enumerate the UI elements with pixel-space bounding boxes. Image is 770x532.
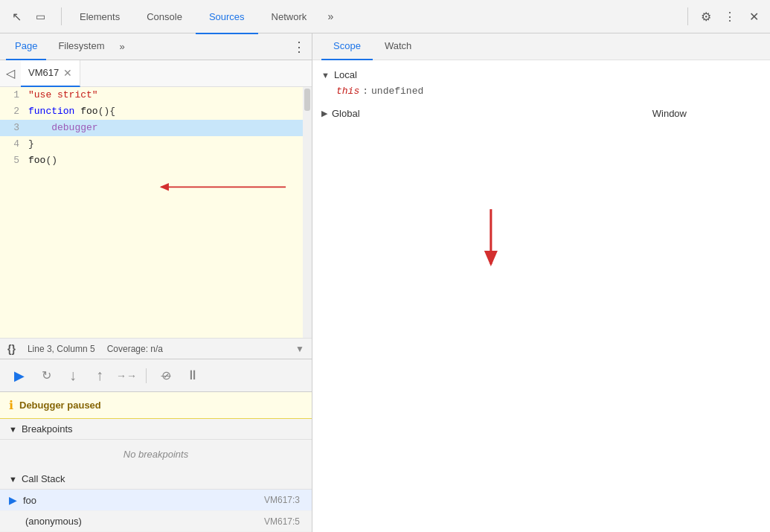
tab-scope[interactable]: Scope <box>321 33 373 60</box>
code-back-button[interactable]: ◁ <box>6 66 15 80</box>
scope-content: ▼ Local this : undefined ▶ Global Window <box>312 60 770 532</box>
call-stack-label: Call Stack <box>22 473 65 484</box>
call-stack-anon-location: VM617:5 <box>264 516 300 527</box>
code-tab-close[interactable]: ✕ <box>63 67 72 79</box>
scope-this-prop[interactable]: this : undefined <box>321 83 761 99</box>
status-scroll[interactable]: ▼ <box>295 344 304 354</box>
global-value: Window <box>652 108 761 119</box>
this-prop-value: undefined <box>371 86 423 97</box>
device-toggle-button[interactable]: ▭ <box>30 6 51 27</box>
breakpoints-arrow-icon: ▼ <box>9 425 17 434</box>
call-stack-foo-name: foo <box>23 495 264 506</box>
breakpoints-label: Breakpoints <box>22 423 73 435</box>
debugger-notice: ℹ Debugger paused <box>0 392 312 419</box>
file-tabs: Page Filesystem » ⋮ <box>0 33 312 60</box>
call-stack-anon-name: (anonymous) <box>9 516 264 527</box>
no-breakpoints-text: No breakpoints <box>0 440 312 469</box>
file-tabs-menu[interactable]: ⋮ <box>292 39 306 55</box>
status-position: Line 3, Column 5 <box>28 344 95 354</box>
scope-global-header[interactable]: ▶ Global Window <box>321 105 761 122</box>
tab-watch[interactable]: Watch <box>373 33 423 60</box>
step-button[interactable]: →→ <box>116 365 137 386</box>
this-colon: : <box>362 86 368 97</box>
notice-icon: ℹ <box>9 398 13 412</box>
call-stack-item-anonymous[interactable]: (anonymous) VM617:5 <box>0 511 312 532</box>
cursor-tool-button[interactable]: ↖ <box>6 6 27 27</box>
this-prop-name: this <box>336 86 359 97</box>
call-stack-arrow-icon: ▼ <box>9 475 17 484</box>
debug-controls: ▶ ↻ ↓ ↑ →→ ⊘ ⏸ <box>0 359 312 392</box>
left-panel: Page Filesystem » ⋮ ◁ VM617 ✕ 1 "use <box>0 33 312 532</box>
global-label: Global <box>332 108 360 119</box>
code-tab-name: VM617 <box>28 67 59 78</box>
main-nav-tabs: Elements Console Sources Network » <box>66 0 341 33</box>
line-num-1: 1 <box>0 87 28 103</box>
step-into-button[interactable]: ↓ <box>62 365 83 386</box>
code-area: ◁ VM617 ✕ 1 "use strict" 2 f <box>0 60 312 359</box>
pause-on-exceptions-button[interactable]: ⏸ <box>182 365 203 386</box>
line-content-4: } <box>28 136 312 153</box>
code-scrollbar[interactable] <box>303 87 312 338</box>
code-line-5: 5 foo() <box>0 153 312 169</box>
local-label: Local <box>334 69 357 80</box>
code-lines: 1 "use strict" 2 function foo(){ 3 debug… <box>0 87 312 169</box>
toolbar-divider <box>61 7 62 25</box>
tab-console[interactable]: Console <box>133 1 196 34</box>
tab-elements[interactable]: Elements <box>66 1 133 34</box>
file-tab-filesystem[interactable]: Filesystem <box>49 33 113 60</box>
top-toolbar: ↖ ▭ Elements Console Sources Network » ⚙… <box>0 0 770 33</box>
call-stack-foo-location: VM617:3 <box>264 495 300 505</box>
undefined-arrow <box>312 60 770 532</box>
debug-divider <box>146 368 147 383</box>
code-line-1: 1 "use strict" <box>0 87 312 103</box>
line-num-3: 3 <box>0 120 28 136</box>
scope-global-section: ▶ Global Window <box>321 105 761 122</box>
breakpoints-section-header[interactable]: ▼ Breakpoints <box>0 419 312 440</box>
more-tabs-button[interactable]: » <box>320 6 341 27</box>
line-num-4: 4 <box>0 136 28 153</box>
notice-text: Debugger paused <box>19 400 101 411</box>
scope-tabs: Scope Watch <box>312 33 770 60</box>
file-tab-page[interactable]: Page <box>6 33 46 60</box>
local-toggle-icon: ▼ <box>321 71 330 80</box>
toolbar-icons: ↖ ▭ <box>6 6 51 27</box>
line-content-2: function foo(){ <box>28 103 312 120</box>
settings-button[interactable]: ⚙ <box>696 6 716 27</box>
call-stack-section-header[interactable]: ▼ Call Stack <box>0 469 312 490</box>
line-num-2: 2 <box>0 103 28 120</box>
line-content-5: foo() <box>28 153 312 169</box>
format-button[interactable]: {} <box>7 343 16 355</box>
code-line-2: 2 function foo(){ <box>0 103 312 120</box>
code-line-3: 3 debugger <box>0 120 312 136</box>
more-options-button[interactable]: ⋮ <box>719 6 740 27</box>
close-devtools-button[interactable]: ✕ <box>743 6 764 27</box>
resume-button[interactable]: ▶ <box>9 365 30 386</box>
right-panel: Scope Watch ▼ Local this : undefined <box>312 33 770 532</box>
call-stack-item-foo[interactable]: ▶ foo VM617:3 <box>0 490 312 511</box>
tab-sources[interactable]: Sources <box>196 1 258 34</box>
code-header: ◁ VM617 ✕ <box>0 60 312 87</box>
code-tab-vm617[interactable]: VM617 ✕ <box>21 60 80 87</box>
active-frame-icon: ▶ <box>9 494 17 506</box>
status-bar: {} Line 3, Column 5 Coverage: n/a ▼ <box>0 338 312 359</box>
line-content-3: debugger <box>28 120 312 136</box>
main-layout: Page Filesystem » ⋮ ◁ VM617 ✕ 1 "use <box>0 33 770 532</box>
step-over-button[interactable]: ↻ <box>36 365 57 386</box>
code-scrollbar-thumb[interactable] <box>304 89 310 111</box>
status-coverage: Coverage: n/a <box>107 344 163 354</box>
toolbar-right-divider <box>687 7 688 25</box>
file-tabs-more[interactable]: » <box>117 41 128 52</box>
code-content: 1 "use strict" 2 function foo(){ 3 debug… <box>0 87 312 338</box>
toolbar-right: ⚙ ⋮ ✕ <box>683 6 764 27</box>
line-content-1: "use strict" <box>28 87 312 103</box>
global-toggle-icon: ▶ <box>321 109 327 118</box>
code-line-4: 4 } <box>0 136 312 153</box>
deactivate-breakpoints-button[interactable]: ⊘ <box>155 365 176 386</box>
scope-local-section: ▼ Local this : undefined <box>321 66 761 99</box>
step-out-button[interactable]: ↑ <box>89 365 110 386</box>
line-num-5: 5 <box>0 153 28 169</box>
scope-local-header[interactable]: ▼ Local <box>321 66 761 83</box>
tab-network[interactable]: Network <box>258 1 321 34</box>
